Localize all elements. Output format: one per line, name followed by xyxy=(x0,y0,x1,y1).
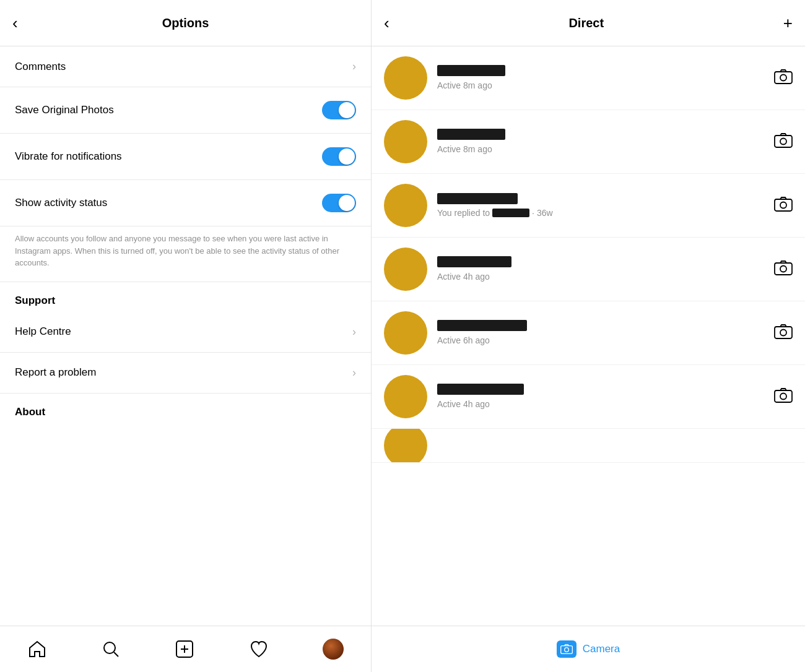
dm-item-4[interactable]: Active 4h ago xyxy=(372,238,805,301)
right-back-button[interactable]: ‹ xyxy=(384,14,389,33)
dm-info-2: Active 8m ago xyxy=(437,129,768,155)
camera-icon-1 xyxy=(774,69,793,85)
about-section-header: About xyxy=(0,394,371,423)
dm-name-4 xyxy=(437,256,511,267)
report-problem-menu-item[interactable]: Report a problem › xyxy=(0,353,371,394)
save-photos-toggle[interactable] xyxy=(322,101,356,119)
dm-item-3[interactable]: You replied to · 36w xyxy=(372,174,805,238)
dm-name-6 xyxy=(437,384,524,395)
dm-status-1: Active 8m ago xyxy=(437,80,492,90)
dm-avatar-4 xyxy=(384,248,427,291)
dm-camera-button-6[interactable] xyxy=(774,387,793,406)
help-centre-chevron-icon: › xyxy=(352,325,356,338)
comments-menu-item[interactable]: Comments › xyxy=(0,46,371,87)
dm-info-1: Active 8m ago xyxy=(437,65,768,91)
camera-bottom-icon[interactable] xyxy=(557,640,577,658)
dm-avatar-5 xyxy=(384,311,427,355)
dm-camera-button-2[interactable] xyxy=(774,132,793,151)
dm-replied-name-bar xyxy=(492,209,529,217)
vibrate-toggle-knob xyxy=(339,149,355,165)
dm-info-4: Active 4h ago xyxy=(437,256,768,282)
camera-bottom-svg xyxy=(560,644,573,655)
nav-home[interactable] xyxy=(22,634,52,664)
profile-avatar xyxy=(323,639,344,660)
nav-heart[interactable] xyxy=(244,634,274,664)
svg-point-6 xyxy=(780,75,786,81)
vibrate-label: Vibrate for notifications xyxy=(15,150,122,163)
vibrate-toggle[interactable] xyxy=(322,147,356,166)
report-problem-chevron-icon: › xyxy=(352,366,356,379)
svg-rect-7 xyxy=(775,136,792,147)
dm-status-4: Active 4h ago xyxy=(437,272,490,282)
svg-point-18 xyxy=(564,648,568,652)
nav-search[interactable] xyxy=(96,634,126,664)
help-centre-menu-item[interactable]: Help Centre › xyxy=(0,312,371,353)
svg-rect-17 xyxy=(560,646,572,654)
dm-avatar-7 xyxy=(384,429,427,463)
dm-avatar-3 xyxy=(384,184,427,227)
new-message-button[interactable]: + xyxy=(783,14,793,33)
svg-rect-13 xyxy=(775,327,792,338)
save-photos-toggle-item: Save Original Photos xyxy=(0,87,371,134)
dm-avatar-2 xyxy=(384,120,427,163)
dm-avatar-1 xyxy=(384,56,427,100)
dm-camera-button-1[interactable] xyxy=(774,69,793,87)
activity-status-toggle-knob xyxy=(339,195,355,211)
dm-name-1 xyxy=(437,65,505,76)
svg-point-8 xyxy=(780,139,786,145)
left-title: Options xyxy=(162,16,209,30)
camera-icon-2 xyxy=(774,132,793,149)
activity-status-toggle-item: Show activity status xyxy=(0,180,371,226)
bottom-nav xyxy=(0,626,371,672)
save-photos-toggle-knob xyxy=(339,102,355,118)
dm-camera-button-4[interactable] xyxy=(774,260,793,278)
dm-status-row-3: You replied to · 36w xyxy=(437,208,768,218)
svg-point-10 xyxy=(780,202,786,209)
svg-point-12 xyxy=(780,266,786,272)
camera-label[interactable]: Camera xyxy=(583,643,620,655)
dm-status-5: Active 6h ago xyxy=(437,335,490,345)
dm-status-2: Active 8m ago xyxy=(437,144,492,154)
heart-icon xyxy=(249,639,269,659)
dm-item-2[interactable]: Active 8m ago xyxy=(372,110,805,174)
dm-info-6: Active 4h ago xyxy=(437,384,768,410)
dm-item-7[interactable] xyxy=(372,429,805,463)
svg-rect-9 xyxy=(775,199,792,211)
dm-info-3: You replied to · 36w xyxy=(437,193,768,218)
dm-camera-button-3[interactable] xyxy=(774,196,793,215)
camera-icon-4 xyxy=(774,260,793,276)
right-title: Direct xyxy=(568,16,604,30)
dm-name-3 xyxy=(437,193,518,204)
dm-list: Active 8m ago Active 8m ago xyxy=(372,46,805,626)
left-panel: ‹ Options Comments › Save Original Photo… xyxy=(0,0,372,672)
right-panel: ‹ Direct + Active 8m ago xyxy=(372,0,805,672)
activity-status-label: Show activity status xyxy=(15,197,107,209)
dm-name-2 xyxy=(437,129,505,140)
dm-replied-text: You replied to xyxy=(437,208,490,218)
dm-item-1[interactable]: Active 8m ago xyxy=(372,46,805,110)
svg-point-16 xyxy=(780,394,786,400)
activity-description: Allow accounts you follow and anyone you… xyxy=(0,226,371,282)
dm-item-6[interactable]: Active 4h ago xyxy=(372,365,805,429)
nav-add[interactable] xyxy=(170,634,199,664)
comments-label: Comments xyxy=(15,61,66,73)
left-content: Comments › Save Original Photos Vibrate … xyxy=(0,46,371,626)
camera-icon-5 xyxy=(774,324,793,340)
dm-avatar-6 xyxy=(384,375,427,418)
vibrate-toggle-item: Vibrate for notifications xyxy=(0,134,371,180)
left-back-button[interactable]: ‹ xyxy=(12,14,18,33)
svg-rect-15 xyxy=(775,390,792,402)
svg-line-1 xyxy=(114,652,118,657)
dm-replied-time: · 36w xyxy=(532,208,552,218)
nav-profile[interactable] xyxy=(318,634,349,665)
report-problem-label: Report a problem xyxy=(15,366,96,379)
dm-item-5[interactable]: Active 6h ago xyxy=(372,301,805,365)
help-centre-label: Help Centre xyxy=(15,325,71,338)
camera-icon-3 xyxy=(774,196,793,212)
comments-chevron-icon: › xyxy=(352,60,356,73)
svg-rect-5 xyxy=(775,72,792,84)
dm-camera-button-5[interactable] xyxy=(774,324,793,342)
plus-square-icon xyxy=(175,639,194,659)
activity-status-toggle[interactable] xyxy=(322,194,356,212)
dm-status-6: Active 4h ago xyxy=(437,399,490,409)
